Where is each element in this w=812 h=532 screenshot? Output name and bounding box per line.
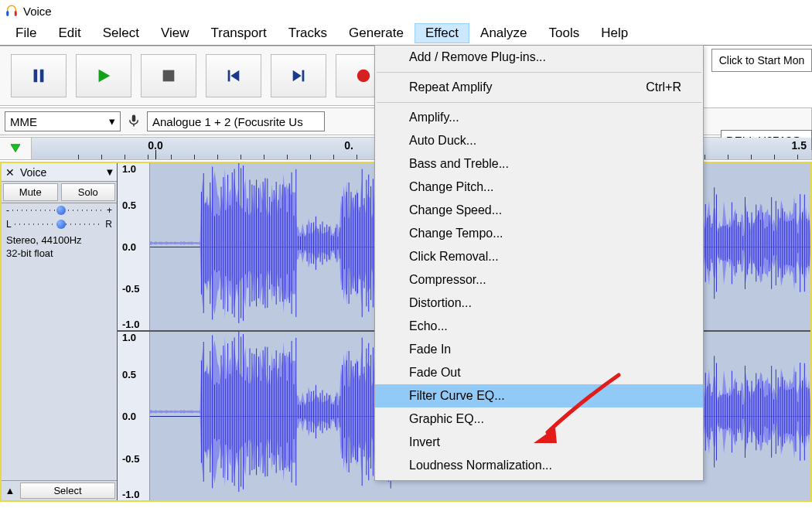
audacity-logo-icon (5, 4, 19, 18)
effect-item-repeat-amplify[interactable]: Repeat AmplifyCtrl+R (375, 76, 703, 99)
track-close-button[interactable]: ✕ (2, 166, 19, 179)
microphone-icon (127, 114, 141, 130)
stop-button[interactable] (141, 54, 196, 97)
amplitude-scale: 1.00.50.0-0.5-1.0 (118, 332, 150, 500)
effect-item-distortion[interactable]: Distortion... (375, 292, 703, 315)
menu-help[interactable]: Help (590, 23, 639, 43)
svg-rect-1 (15, 11, 17, 16)
svg-rect-3 (40, 70, 44, 83)
svg-rect-9 (302, 70, 305, 82)
chevron-down-icon: ▾ (109, 114, 115, 128)
window-title: Voice (23, 5, 52, 18)
effect-item-change-speed[interactable]: Change Speed... (375, 199, 703, 222)
effect-item-fade-out[interactable]: Fade Out (375, 361, 703, 384)
svg-rect-6 (228, 70, 230, 82)
effect-item-amplify[interactable]: Amplify... (375, 106, 703, 129)
svg-rect-5 (163, 70, 175, 82)
menu-transport[interactable]: Transport (200, 23, 278, 43)
pause-button[interactable] (11, 54, 67, 97)
svg-point-10 (357, 70, 370, 83)
menu-edit[interactable]: Edit (47, 23, 91, 43)
svg-marker-8 (293, 70, 302, 82)
effect-item-compressor[interactable]: Compressor... (375, 268, 703, 292)
gain-slider[interactable]: - + (2, 203, 117, 217)
menu-separator (377, 102, 701, 103)
track-control-panel: ✕ Voice ▼ Mute Solo - + L R (2, 163, 118, 500)
pinned-play-head-toggle[interactable] (0, 142, 31, 155)
effect-item-echo[interactable]: Echo... (375, 315, 703, 338)
menu-view[interactable]: View (150, 23, 200, 43)
effect-item-fade-in[interactable]: Fade In (375, 338, 703, 361)
title-bar: Voice (0, 0, 812, 22)
input-device-combo[interactable]: Analogue 1 + 2 (Focusrite Us (147, 111, 325, 131)
svg-marker-13 (11, 145, 20, 152)
menu-separator (377, 72, 701, 73)
effect-item-auto-duck[interactable]: Auto Duck... (375, 129, 703, 152)
skip-end-button[interactable] (271, 54, 326, 97)
audio-host-combo[interactable]: MME▾ (5, 111, 121, 131)
skip-start-button[interactable] (206, 54, 261, 97)
effect-item-loudness-normalization[interactable]: Loudness Normalization... (375, 454, 703, 477)
mute-button[interactable]: Mute (3, 183, 58, 201)
effect-item-change-pitch[interactable]: Change Pitch... (375, 176, 703, 199)
track-menu-caret-icon[interactable]: ▼ (103, 166, 117, 178)
svg-rect-2 (34, 70, 38, 83)
effect-item-click-removal[interactable]: Click Removal... (375, 245, 703, 268)
amplitude-scale: 1.00.50.0-0.5-1.0 (118, 163, 150, 330)
menu-generate[interactable]: Generate (338, 23, 415, 43)
effect-item-add-remove-plug-ins[interactable]: Add / Remove Plug-ins... (375, 46, 703, 69)
effect-item-bass-and-treble[interactable]: Bass and Treble... (375, 152, 703, 176)
svg-rect-0 (6, 11, 9, 16)
effect-item-change-tempo[interactable]: Change Tempo... (375, 222, 703, 245)
svg-rect-11 (132, 114, 136, 121)
menu-file[interactable]: File (5, 23, 47, 43)
pan-slider[interactable]: L R (2, 217, 117, 231)
effect-menu-dropdown: Add / Remove Plug-ins...Repeat AmplifyCt… (374, 45, 704, 481)
track-select-button[interactable]: Select (20, 483, 115, 499)
svg-marker-7 (230, 70, 239, 82)
effect-item-invert[interactable]: Invert (375, 431, 703, 454)
track-name[interactable]: Voice (19, 166, 103, 179)
ruler-tick: 1.5 (792, 139, 807, 152)
solo-button[interactable]: Solo (61, 183, 116, 201)
menu-analyze[interactable]: Analyze (469, 23, 537, 43)
svg-marker-4 (99, 70, 111, 83)
track-format-label: Stereo, 44100Hz 32-bit float (2, 231, 117, 264)
menu-select[interactable]: Select (92, 23, 150, 43)
menu-effect[interactable]: Effect (415, 23, 469, 43)
play-button[interactable] (76, 54, 131, 97)
menu-tracks[interactable]: Tracks (278, 23, 338, 43)
effect-item-graphic-eq[interactable]: Graphic EQ... (375, 408, 703, 431)
menu-bar: FileEditSelectViewTransportTracksGenerat… (0, 22, 812, 45)
track-collapse-button[interactable]: ▲ (2, 485, 19, 496)
record-meter-hint[interactable]: Click to Start Mon (711, 49, 812, 72)
ruler-tick: 0. (344, 139, 353, 152)
effect-item-filter-curve-eq[interactable]: Filter Curve EQ... (375, 384, 703, 408)
menu-tools[interactable]: Tools (538, 23, 591, 43)
